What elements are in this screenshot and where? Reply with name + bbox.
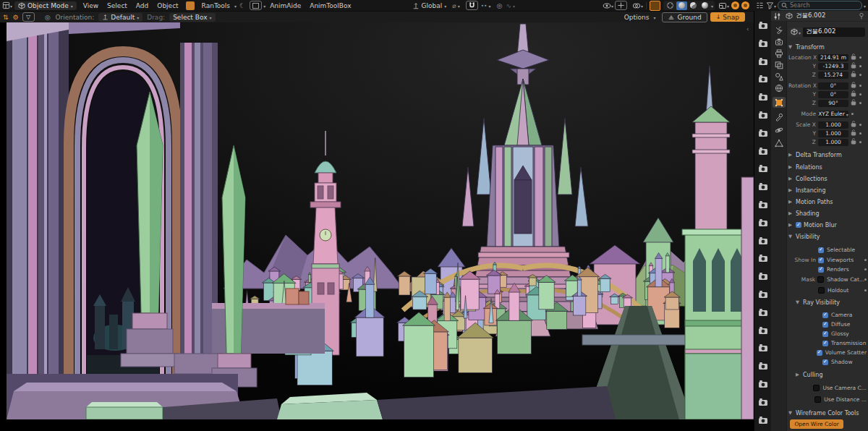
properties-tab-view-layer[interactable]: [773, 59, 786, 70]
section-relations[interactable]: ▶Relations: [788, 163, 867, 171]
menu-animtoolbox[interactable]: AnimToolBox: [305, 2, 355, 9]
search-input[interactable]: Search: [778, 1, 862, 10]
checkbox[interactable]: [818, 287, 825, 294]
orientation-value[interactable]: Global: [420, 2, 445, 9]
value-field[interactable]: 214.91 m: [818, 54, 848, 61]
outliner-camera-icon[interactable]: [758, 359, 768, 368]
value-field[interactable]: 1.000: [818, 139, 848, 146]
checkbox[interactable]: [813, 385, 820, 391]
viewport-3d-scene[interactable]: [7, 22, 754, 419]
value-field[interactable]: 90°: [818, 100, 848, 107]
checkbox[interactable]: ✓: [817, 350, 822, 356]
lock-icon[interactable]: [851, 62, 856, 70]
menu-rantools[interactable]: RanTools: [197, 2, 234, 9]
animate-dot[interactable]: [859, 141, 861, 143]
properties-tab-render[interactable]: [773, 36, 786, 47]
checkbox[interactable]: [817, 276, 824, 283]
animate-dot[interactable]: [851, 113, 854, 115]
checkbox[interactable]: ✓: [818, 257, 824, 263]
shading-rendered-button[interactable]: [699, 1, 710, 10]
addon-toggle-a-button[interactable]: [731, 1, 739, 9]
options-dropdown[interactable]: Options: [620, 14, 654, 21]
section-instancing[interactable]: ▶Instancing: [788, 187, 867, 194]
properties-tab-object-active[interactable]: [773, 97, 786, 108]
value-field[interactable]: -1249.3: [818, 63, 848, 70]
checkbox[interactable]: [814, 396, 821, 403]
properties-tab-tool[interactable]: [773, 25, 786, 35]
animate-dot[interactable]: [859, 56, 861, 59]
animate-dot[interactable]: [859, 102, 861, 104]
moon-icon[interactable]: ☾: [237, 2, 248, 9]
properties-tab-object-data[interactable]: [773, 137, 786, 148]
shading-wireframe-button[interactable]: [665, 1, 676, 10]
lock-icon[interactable]: [851, 71, 856, 79]
value-field[interactable]: 0°: [818, 91, 848, 98]
outliner-camera-icon[interactable]: [758, 234, 768, 243]
properties-tab-modifiers[interactable]: [773, 111, 786, 122]
section-motion-paths[interactable]: ▶Motion Paths: [788, 198, 867, 205]
render-pass-icon[interactable]: [718, 1, 727, 10]
checkbox[interactable]: ✓: [822, 331, 828, 337]
section-wireframe-tools[interactable]: ▼ Wireframe Color Tools: [788, 409, 867, 417]
addon-box-icon[interactable]: [250, 1, 262, 10]
properties-tab-output[interactable]: [773, 48, 786, 59]
animate-dot[interactable]: [864, 278, 867, 281]
shading-material-button[interactable]: [688, 1, 699, 10]
cursor-tool-icon[interactable]: ◎: [36, 14, 54, 21]
checkbox[interactable]: ✓: [818, 267, 824, 273]
outliner-camera-icon[interactable]: [758, 162, 768, 171]
xray-toggle-icon[interactable]: [650, 1, 660, 11]
value-field[interactable]: 15.274: [818, 72, 848, 79]
outliner-camera-icon[interactable]: [758, 108, 768, 117]
animate-dot[interactable]: [864, 268, 867, 270]
section-visibility[interactable]: ▼ Visibility: [788, 233, 867, 240]
editor-type-icon[interactable]: [2, 1, 10, 9]
sort-icon[interactable]: ⇅: [0, 14, 11, 21]
outliner-camera-icon[interactable]: [758, 288, 768, 296]
region-collapse-arrow[interactable]: ‹: [746, 26, 749, 33]
lock-icon[interactable]: [851, 54, 856, 61]
animate-dot[interactable]: [859, 124, 861, 126]
ground-button[interactable]: Ground: [662, 12, 707, 22]
outliner-camera-icon[interactable]: [758, 324, 768, 333]
addon-toggle-b-button[interactable]: [741, 1, 749, 9]
lock-icon[interactable]: [851, 121, 856, 129]
show-gizmo-eye-icon[interactable]: [603, 1, 611, 10]
menu-animaide[interactable]: AnimAide: [265, 2, 305, 9]
section-shading[interactable]: ▶Shading: [788, 210, 867, 217]
animate-dot[interactable]: [859, 65, 861, 67]
outliner-camera-icon[interactable]: [758, 341, 768, 350]
snap-button[interactable]: ↓ Snap: [710, 12, 745, 22]
animate-dot[interactable]: [859, 132, 861, 135]
outliner-camera-strip[interactable]: [754, 11, 771, 431]
pin-icon[interactable]: [858, 12, 865, 20]
gear-icon[interactable]: ⚙: [11, 14, 21, 21]
lock-icon[interactable]: [851, 138, 856, 146]
outliner-camera-icon[interactable]: [758, 198, 768, 207]
snap-target-icon[interactable]: ∙∙: [480, 3, 489, 9]
object-type-dropdown[interactable]: ▾: [788, 27, 803, 37]
lock-icon[interactable]: [851, 129, 856, 137]
snapping-magnet-icon[interactable]: [466, 1, 478, 10]
outliner-camera-icon[interactable]: [758, 306, 768, 315]
animate-dot[interactable]: [859, 85, 861, 87]
outliner-camera-icon[interactable]: [758, 72, 768, 81]
value-field[interactable]: 1.000: [818, 121, 848, 129]
outliner-camera-icon[interactable]: [758, 145, 768, 153]
checkbox[interactable]: ✓: [822, 359, 828, 365]
proportional-editing-icon[interactable]: ◎: [491, 2, 505, 9]
value-field[interactable]: XYZ Euler▾: [818, 111, 848, 118]
section-culling[interactable]: ▶ Culling: [796, 371, 868, 378]
checkbox[interactable]: ✓: [822, 322, 828, 328]
shading-solid-button[interactable]: [676, 1, 687, 10]
motion-blur-checkbox[interactable]: ✓: [796, 222, 801, 228]
checkbox[interactable]: ✓: [818, 247, 824, 253]
filter-icon[interactable]: [766, 1, 774, 9]
outliner-camera-icon[interactable]: [758, 37, 768, 46]
section-transform[interactable]: ▼ Transform: [788, 43, 867, 51]
drag-dropdown[interactable]: Select Box ▾: [169, 13, 215, 22]
outliner-camera-icon[interactable]: [758, 377, 768, 386]
outliner-camera-icon[interactable]: [758, 127, 768, 135]
overlays-icon[interactable]: [632, 1, 641, 10]
checkbox[interactable]: ✓: [822, 312, 828, 318]
